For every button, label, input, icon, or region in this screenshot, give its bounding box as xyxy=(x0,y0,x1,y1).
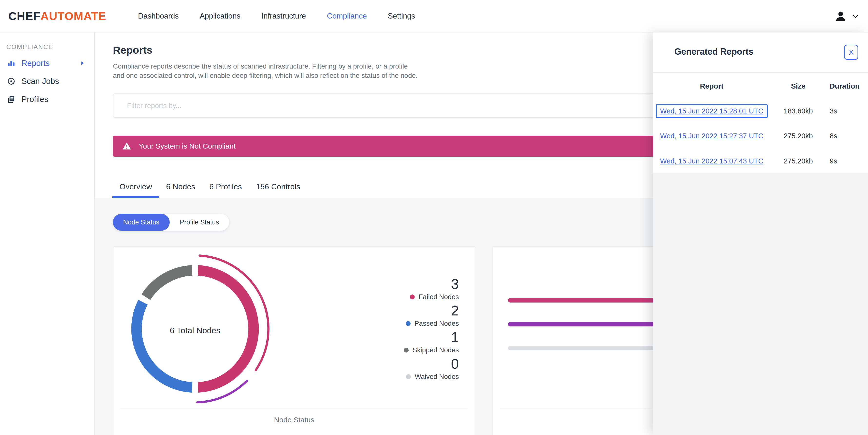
skipped-label: Skipped Nodes xyxy=(412,346,459,354)
sidebar-item-reports[interactable]: Reports xyxy=(0,54,94,72)
close-icon[interactable]: X xyxy=(844,45,858,60)
top-nav: CHEFAUTOMATE Dashboards Applications Inf… xyxy=(0,0,868,32)
passed-label: Passed Nodes xyxy=(414,320,459,327)
failed-label: Failed Nodes xyxy=(418,293,459,301)
sidebar-item-label: Reports xyxy=(22,59,50,68)
passed-dot-icon xyxy=(406,321,411,326)
nav-item-applications[interactable]: Applications xyxy=(200,12,240,21)
toggle-profile-status[interactable]: Profile Status xyxy=(170,214,229,231)
nav-item-settings[interactable]: Settings xyxy=(388,12,415,21)
waived-count: 0 xyxy=(451,357,459,371)
legend-failed-nodes: 3 Failed Nodes xyxy=(410,277,459,301)
table-row: Wed, 15 Jun 2022 15:27:37 UTC 275.20kb 8… xyxy=(653,128,868,144)
submenu-arrow-icon[interactable] xyxy=(79,60,86,66)
report-size: 275.20kb xyxy=(770,153,826,169)
tab-controls[interactable]: 156 Controls xyxy=(249,177,307,198)
node-status-caption: Node Status xyxy=(113,416,475,424)
bar-chart-icon xyxy=(7,59,16,67)
user-menu[interactable] xyxy=(834,0,860,32)
radar-icon xyxy=(7,77,16,86)
table-row: Wed, 15 Jun 2022 15:07:43 UTC 275.20kb 9… xyxy=(653,153,868,169)
brand-chef: CHEF xyxy=(8,9,40,23)
report-size: 183.60kb xyxy=(770,103,826,119)
waived-dot-icon xyxy=(406,374,411,379)
brand-automate: AUTOMATE xyxy=(40,9,106,23)
banner-message: Your System is Not Compliant xyxy=(139,142,236,150)
documents-icon xyxy=(7,95,16,104)
donut-center-label: 6 Total Nodes xyxy=(134,325,256,335)
report-tabs: Overview 6 Nodes 6 Profiles 156 Controls xyxy=(113,177,307,198)
focused-report-link-outline: Wed, 15 Jun 2022 15:28:01 UTC xyxy=(656,104,768,118)
report-link[interactable]: Wed, 15 Jun 2022 15:28:01 UTC xyxy=(660,107,763,115)
skipped-count: 1 xyxy=(451,330,459,344)
report-column-header: Report xyxy=(653,80,770,92)
nav-item-infrastructure[interactable]: Infrastructure xyxy=(261,12,306,21)
skipped-dot-icon xyxy=(404,348,409,352)
sidebar: COMPLIANCE Reports Scan Jobs Profiles xyxy=(0,32,95,435)
drawer-title: Generated Reports xyxy=(674,47,753,57)
status-toggle: Node Status Profile Status xyxy=(113,214,229,231)
tab-overview[interactable]: Overview xyxy=(113,177,159,198)
nav-menu: Dashboards Applications Infrastructure C… xyxy=(138,12,415,21)
chevron-down-icon[interactable] xyxy=(851,12,860,21)
sidebar-section-label: COMPLIANCE xyxy=(6,43,94,51)
toggle-node-status[interactable]: Node Status xyxy=(113,214,170,231)
report-size: 275.20kb xyxy=(770,128,826,144)
tab-profiles[interactable]: 6 Profiles xyxy=(203,177,249,198)
nav-item-dashboards[interactable]: Dashboards xyxy=(138,12,179,21)
report-table-header: Report Size Duration xyxy=(653,80,868,92)
duration-column-header: Duration xyxy=(826,80,863,92)
report-link[interactable]: Wed, 15 Jun 2022 15:27:37 UTC xyxy=(660,132,763,140)
nav-item-compliance[interactable]: Compliance xyxy=(327,12,367,21)
legend-skipped-nodes: 1 Skipped Nodes xyxy=(404,330,459,354)
sidebar-item-scan-jobs[interactable]: Scan Jobs xyxy=(0,72,94,90)
node-status-card: 6 Total Nodes 3 Failed Nodes 2 Passed No… xyxy=(113,246,475,435)
warning-triangle-icon xyxy=(122,142,131,151)
drawer-divider xyxy=(653,72,868,73)
table-row: Wed, 15 Jun 2022 15:28:01 UTC 183.60kb 3… xyxy=(653,103,868,119)
report-duration: 9s xyxy=(826,153,863,169)
report-duration: 8s xyxy=(826,128,863,144)
sidebar-item-label: Scan Jobs xyxy=(22,77,59,86)
sidebar-item-label: Profiles xyxy=(22,95,48,104)
waived-label: Waived Nodes xyxy=(415,373,459,381)
failed-count: 3 xyxy=(451,277,459,291)
legend-passed-nodes: 2 Passed Nodes xyxy=(406,303,459,327)
card-divider xyxy=(121,408,468,408)
app-root: CHEFAUTOMATE Dashboards Applications Inf… xyxy=(0,0,868,435)
report-duration: 3s xyxy=(826,103,863,119)
size-column-header: Size xyxy=(770,80,826,92)
user-avatar-icon[interactable] xyxy=(834,10,847,23)
failed-dot-icon xyxy=(410,294,415,299)
sidebar-item-profiles[interactable]: Profiles xyxy=(0,90,94,108)
report-link[interactable]: Wed, 15 Jun 2022 15:07:43 UTC xyxy=(660,157,763,165)
passed-count: 2 xyxy=(451,303,459,318)
tab-nodes[interactable]: 6 Nodes xyxy=(159,177,202,198)
page-title: Reports xyxy=(113,44,152,56)
chef-automate-logo[interactable]: CHEFAUTOMATE xyxy=(8,9,106,23)
page-description: Compliance reports describe the status o… xyxy=(113,62,418,80)
generated-reports-drawer: Generated Reports X Report Size Duration… xyxy=(653,32,868,435)
legend-waived-nodes: 0 Waived Nodes xyxy=(406,357,459,381)
